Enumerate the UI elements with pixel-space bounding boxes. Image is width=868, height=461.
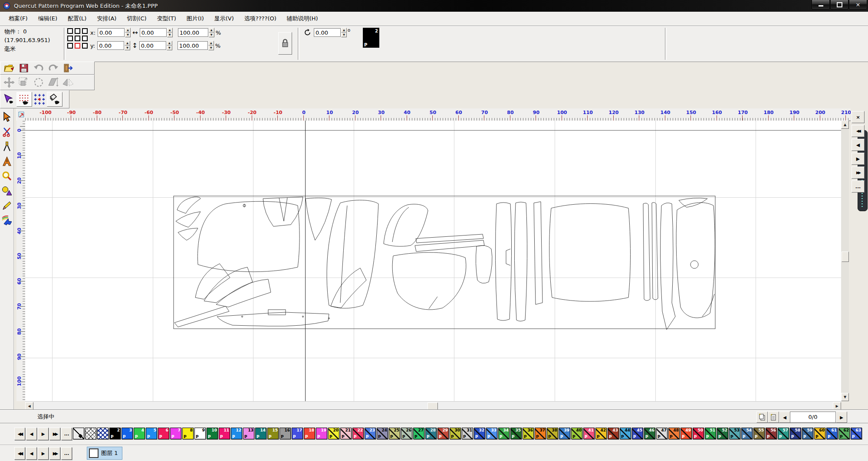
- spinner-down[interactable]: ▼: [167, 33, 173, 37]
- panel-first-button[interactable]: ◀◀: [852, 125, 865, 137]
- pen-swatch-31[interactable]: 31P: [462, 428, 473, 439]
- pen-swatch-56[interactable]: 56P: [766, 428, 777, 439]
- pen-swatch-54[interactable]: 54P: [741, 428, 753, 439]
- menu-item[interactable]: 配置(L): [62, 13, 92, 24]
- pen-swatch-51[interactable]: 51P: [705, 428, 716, 439]
- layer-last-button[interactable]: ▶▶: [49, 447, 60, 460]
- spinner-up[interactable]: ▲: [167, 28, 173, 33]
- zoom-tool[interactable]: [1, 170, 13, 182]
- panel-last-button[interactable]: ▶▶: [852, 167, 865, 179]
- spinner-up[interactable]: ▲: [209, 28, 214, 33]
- pen-swatch-48[interactable]: 48P: [668, 428, 680, 439]
- palette-last-button[interactable]: ▶▶: [49, 428, 60, 440]
- save-button[interactable]: [18, 63, 30, 73]
- pen-swatch-27[interactable]: 27P: [413, 428, 424, 439]
- pen-swatch-6[interactable]: 6P: [158, 428, 169, 439]
- pen-swatch-40[interactable]: 40P: [571, 428, 582, 439]
- send-tool[interactable]: [1, 214, 13, 226]
- panel-close-button[interactable]: ×: [852, 111, 865, 123]
- panel-prev-button[interactable]: ◀: [852, 139, 865, 151]
- anchor-cell[interactable]: [67, 28, 73, 34]
- open-button[interactable]: [3, 63, 15, 73]
- pen-swatch-33[interactable]: 33P: [486, 428, 497, 439]
- spinner-up[interactable]: ▲: [341, 28, 347, 33]
- pen-swatch-17[interactable]: 17P: [292, 428, 303, 439]
- width-input[interactable]: [140, 28, 167, 37]
- spinner-down[interactable]: ▼: [125, 33, 131, 37]
- pen-swatch-26[interactable]: 26P: [401, 428, 412, 439]
- pen-swatch-43[interactable]: 43P: [608, 428, 619, 439]
- pen-swatch-10[interactable]: 10P: [207, 428, 218, 439]
- pen-swatch-16[interactable]: 16P: [279, 428, 291, 439]
- page-copy-button[interactable]: [756, 412, 768, 423]
- pen-swatch-13[interactable]: 13P: [243, 428, 254, 439]
- spinner-up[interactable]: ▲: [125, 28, 131, 33]
- pen-swatch-41[interactable]: 41P: [583, 428, 595, 439]
- swatch-hatch-white[interactable]: [85, 428, 96, 439]
- menu-item[interactable]: 编辑(E): [33, 13, 62, 24]
- horizontal-ruler[interactable]: -100-90-80-70-60-50-40-30-20-10010203040…: [25, 108, 851, 121]
- scroll-down-button[interactable]: ▼: [841, 393, 849, 401]
- pencil-tool[interactable]: [1, 199, 13, 212]
- horizontal-scroll-thumb[interactable]: [427, 402, 438, 410]
- scissors-tool[interactable]: [1, 126, 13, 138]
- skew-button[interactable]: [47, 77, 59, 88]
- pen-swatch-21[interactable]: 21P: [340, 428, 352, 439]
- ruler-origin-button[interactable]: [16, 108, 26, 121]
- pen-swatch-11[interactable]: 11P: [219, 428, 230, 439]
- pen-swatch-22[interactable]: 22P: [352, 428, 364, 439]
- scroll-right-button[interactable]: ▶: [833, 402, 841, 410]
- panel-next-button[interactable]: ▶: [852, 153, 865, 165]
- exit-button[interactable]: [62, 63, 74, 73]
- spinner-up[interactable]: ▲: [125, 41, 130, 46]
- spinner-down[interactable]: ▼: [125, 46, 130, 50]
- pen-swatch-52[interactable]: 52P: [717, 428, 728, 439]
- pen-swatch-30[interactable]: 30P: [450, 428, 461, 439]
- spinner-up[interactable]: ▲: [167, 41, 172, 46]
- scale-button[interactable]: [18, 77, 30, 88]
- scale-y-input[interactable]: [178, 41, 208, 50]
- anchor-cell[interactable]: [75, 28, 80, 34]
- pen-swatch-4[interactable]: 4P: [134, 428, 145, 439]
- pen-swatch-2[interactable]: 2P: [109, 428, 121, 439]
- move-button[interactable]: [3, 77, 15, 88]
- height-input[interactable]: [139, 41, 166, 50]
- spinner-down[interactable]: ▼: [341, 33, 347, 37]
- pen-swatch-47[interactable]: 47P: [656, 428, 667, 439]
- pen-swatch-44[interactable]: 44P: [620, 428, 631, 439]
- pen-swatch-36[interactable]: 36P: [523, 428, 534, 439]
- pen-swatch-12[interactable]: 12P: [231, 428, 242, 439]
- pen-swatch-63[interactable]: 63P: [851, 428, 862, 439]
- flip-button[interactable]: [62, 77, 74, 88]
- menu-item[interactable]: 切割(C): [122, 13, 151, 24]
- rotate-button[interactable]: [33, 77, 45, 88]
- layer-tab-1[interactable]: 图层 1: [87, 447, 122, 460]
- spinner-down[interactable]: ▼: [167, 46, 172, 50]
- layer-next-button[interactable]: ▶: [38, 447, 49, 460]
- pen-swatch-34[interactable]: 34P: [498, 428, 510, 439]
- layer-prev-button[interactable]: ◀: [26, 447, 37, 460]
- pen-swatch-18[interactable]: 18P: [304, 428, 315, 439]
- snap-grid-button[interactable]: [33, 94, 46, 105]
- menu-item[interactable]: 安排(A): [92, 13, 122, 24]
- pen-swatch-46[interactable]: 46P: [644, 428, 655, 439]
- spinner-down[interactable]: ▼: [209, 33, 214, 37]
- pen-swatch-59[interactable]: 59P: [802, 428, 813, 439]
- undo-button[interactable]: [33, 63, 45, 73]
- spinner-up[interactable]: ▲: [208, 41, 214, 46]
- pen-swatch-24[interactable]: 24P: [377, 428, 388, 439]
- pen-swatch-58[interactable]: 58P: [790, 428, 801, 439]
- anchor-cell[interactable]: [67, 36, 73, 41]
- menu-item[interactable]: 选项????(O): [239, 13, 282, 24]
- rotation-input[interactable]: [314, 28, 341, 37]
- text-tool[interactable]: [1, 155, 13, 167]
- pen-swatch-28[interactable]: 28P: [425, 428, 437, 439]
- pen-swatch-49[interactable]: 49P: [681, 428, 692, 439]
- pen-swatch-5[interactable]: 5P: [146, 428, 157, 439]
- pen-swatch-32[interactable]: 32P: [474, 428, 485, 439]
- pen-swatch-29[interactable]: 29P: [437, 428, 449, 439]
- select-tool[interactable]: [1, 111, 13, 123]
- anchor-cell-selected[interactable]: [75, 43, 80, 49]
- minimize-button[interactable]: [812, 0, 830, 10]
- menu-item[interactable]: 辅助说明(H): [282, 13, 323, 24]
